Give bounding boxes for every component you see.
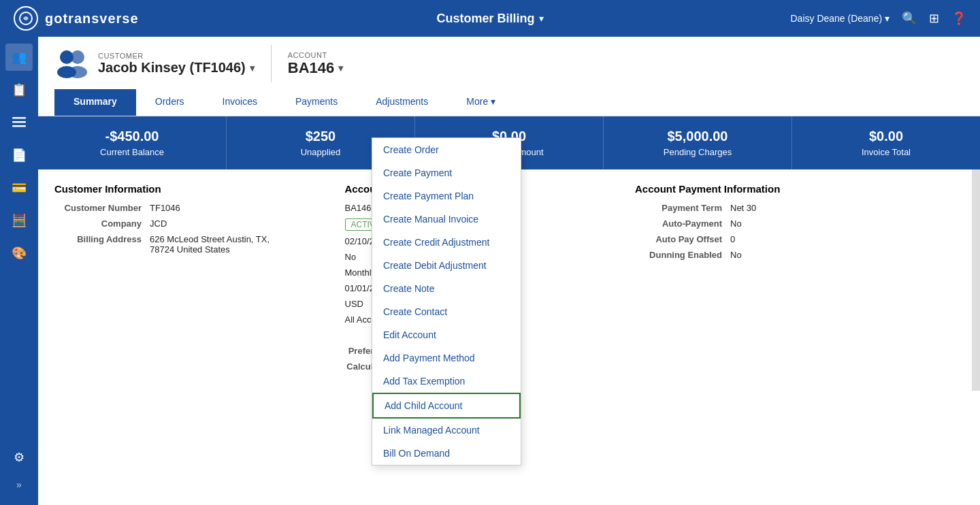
val-auto-payment: No	[730, 218, 742, 229]
card-amount-0: -$450.00	[52, 129, 212, 144]
sidebar-item-orders[interactable]: 📋	[5, 76, 33, 103]
sidebar-item-payments[interactable]: 💳	[5, 174, 33, 201]
menu-item-add-tax-exemption[interactable]: Add Tax Exemption	[372, 370, 521, 393]
tab-adjustments[interactable]: Adjustments	[357, 89, 447, 116]
key-company: Company	[54, 218, 150, 229]
key-customer-number: Customer Number	[54, 203, 150, 213]
nav-title-arrow[interactable]: ▾	[539, 13, 544, 24]
tab-payments[interactable]: Payments	[276, 89, 357, 116]
customer-section: CUSTOMER Jacob Kinsey (TF1046) ▾	[54, 45, 272, 82]
tab-invoices[interactable]: Invoices	[203, 89, 276, 116]
menu-item-create-order[interactable]: Create Order	[372, 138, 521, 161]
customer-info: CUSTOMER Jacob Kinsey (TF1046) ▾	[98, 52, 255, 76]
payment-information: Account Payment Information Payment Term…	[635, 183, 964, 377]
svg-rect-3	[12, 125, 26, 127]
menu-item-create-manual-invoice[interactable]: Create Manual Invoice	[372, 208, 521, 231]
row-auto-payment: Auto-Payment No	[635, 218, 964, 229]
card-current-balance: -$450.00 Current Balance	[38, 116, 227, 169]
sidebar-item-customers[interactable]: 👥	[5, 44, 33, 71]
card-invoice-total: $0.00 Invoice Total	[792, 116, 980, 169]
scrollbar[interactable]	[972, 169, 980, 391]
menu-item-add-child-account[interactable]: Add Child Account	[372, 393, 521, 419]
svg-rect-1	[12, 117, 26, 119]
row-company: Company JCD	[54, 218, 329, 229]
customer-information: Customer Information Customer Number TF1…	[54, 183, 329, 377]
menu-item-edit-account[interactable]: Edit Account	[372, 323, 521, 346]
card-amount-3: $5,000.00	[617, 129, 778, 144]
nav-right: Daisy Deane (Deane) ▾ 🔍 ⊞ ❓	[790, 11, 966, 26]
val-payment-term: Net 30	[730, 203, 756, 213]
svg-rect-2	[12, 121, 26, 123]
key-auto-payment: Auto-Payment	[635, 218, 730, 229]
account-arrow[interactable]: ▾	[338, 63, 343, 74]
val-auto-pay-offset: 0	[730, 234, 735, 244]
val-account-id: BA146	[345, 203, 372, 213]
logo-icon[interactable]	[14, 6, 38, 31]
dropdown-menu: Create Order Create Payment Create Payme…	[372, 137, 521, 466]
val-company: JCD	[150, 218, 167, 229]
sidebar-item-list[interactable]	[5, 109, 33, 136]
sidebar-item-settings[interactable]: ⚙	[5, 444, 33, 471]
sidebar-item-design[interactable]: 🎨	[5, 240, 33, 267]
menu-item-create-note[interactable]: Create Note	[372, 277, 521, 300]
customer-info-title: Customer Information	[54, 183, 329, 195]
row-billing-address: Billing Address 626 McLeod Street Austin…	[54, 234, 329, 255]
menu-item-create-debit-adjustment[interactable]: Create Debit Adjustment	[372, 254, 521, 277]
nav-title[interactable]: Customer Billing	[436, 12, 534, 26]
key-dunning-enabled: Dunning Enabled	[635, 250, 730, 260]
menu-item-link-managed-account[interactable]: Link Managed Account	[372, 419, 521, 442]
menu-item-add-payment-method[interactable]: Add Payment Method	[372, 346, 521, 370]
customer-arrow[interactable]: ▾	[250, 63, 255, 74]
sidebar-bottom: ⚙ »	[5, 444, 33, 498]
row-customer-number: Customer Number TF1046	[54, 203, 329, 213]
menu-item-create-payment-plan[interactable]: Create Payment Plan	[372, 184, 521, 208]
val-currency: USD	[345, 299, 363, 309]
menu-item-bill-on-demand[interactable]: Bill On Demand	[372, 442, 521, 465]
main-content: CUSTOMER Jacob Kinsey (TF1046) ▾ ACCOUNT…	[38, 37, 980, 505]
payment-info-title: Account Payment Information	[635, 183, 964, 195]
tab-bar: Summary Orders Invoices Payments Adjustm…	[54, 89, 964, 116]
sidebar-item-calculator[interactable]: 🧮	[5, 207, 33, 234]
row-payment-term: Payment Term Net 30	[635, 203, 964, 213]
sidebar: 👥 📋 📄 💳 🧮 🎨 ⚙ »	[0, 37, 38, 505]
menu-item-create-payment[interactable]: Create Payment	[372, 161, 521, 184]
svg-point-5	[71, 50, 84, 64]
val-customer-number: TF1046	[150, 203, 180, 213]
main-layout: 👥 📋 📄 💳 🧮 🎨 ⚙ »	[0, 37, 980, 505]
sidebar-item-invoices[interactable]: 📄	[5, 142, 33, 169]
grid-icon[interactable]: ⊞	[929, 11, 939, 26]
menu-item-create-credit-adjustment[interactable]: Create Credit Adjustment	[372, 231, 521, 254]
tab-summary[interactable]: Summary	[54, 89, 136, 116]
val-field2: No	[345, 252, 357, 262]
customer-icon	[54, 45, 90, 82]
top-navigation: gotransverse Customer Billing ▾ Daisy De…	[0, 0, 980, 37]
brand-area: gotransverse	[14, 6, 139, 31]
card-amount-4: $0.00	[806, 129, 966, 144]
user-display[interactable]: Daisy Deane (Deane) ▾	[790, 13, 889, 24]
account-label: ACCOUNT	[288, 51, 343, 59]
card-pending-charges: $5,000.00 Pending Charges	[604, 116, 792, 169]
card-label-4: Invoice Total	[806, 147, 966, 157]
nav-center: Customer Billing ▾	[436, 12, 543, 26]
customer-name[interactable]: Jacob Kinsey (TF1046) ▾	[98, 60, 255, 76]
customer-label: CUSTOMER	[98, 52, 255, 60]
key-auto-pay-offset: Auto Pay Offset	[635, 234, 730, 244]
svg-point-7	[68, 66, 87, 78]
account-section: ACCOUNT BA146 ▾	[272, 51, 343, 77]
brand-name: gotransverse	[45, 11, 139, 27]
val-dunning-enabled: No	[730, 250, 742, 260]
tab-more[interactable]: More ▾	[447, 89, 514, 116]
tab-orders[interactable]: Orders	[136, 89, 203, 116]
account-name[interactable]: BA146 ▾	[288, 59, 343, 77]
card-label-0: Current Balance	[52, 147, 212, 157]
row-dunning-enabled: Dunning Enabled No	[635, 250, 964, 260]
row-auto-pay-offset: Auto Pay Offset 0	[635, 234, 964, 244]
key-billing-address: Billing Address	[54, 234, 150, 255]
sidebar-expand[interactable]: »	[5, 471, 33, 498]
menu-item-create-contact[interactable]: Create Contact	[372, 300, 521, 323]
search-icon[interactable]: 🔍	[902, 11, 917, 26]
help-icon[interactable]: ❓	[951, 11, 966, 26]
card-label-3: Pending Charges	[617, 147, 778, 157]
page-header: CUSTOMER Jacob Kinsey (TF1046) ▾ ACCOUNT…	[38, 37, 980, 116]
key-payment-term: Payment Term	[635, 203, 730, 213]
